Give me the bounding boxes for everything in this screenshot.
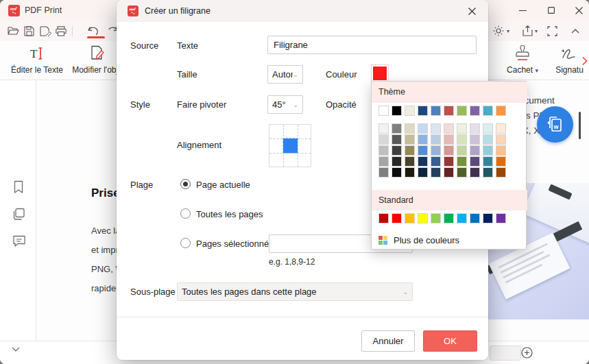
color-swatch[interactable] — [444, 123, 454, 134]
color-swatch[interactable] — [392, 106, 402, 116]
color-swatch[interactable] — [431, 106, 441, 116]
color-swatch[interactable] — [418, 106, 428, 116]
color-swatch[interactable] — [483, 156, 493, 167]
sidebar-collapse-icon[interactable] — [12, 347, 20, 352]
fullscreen-icon[interactable] — [546, 25, 558, 37]
color-swatch[interactable] — [378, 106, 389, 116]
color-swatch[interactable] — [378, 123, 389, 134]
collapse-toolbar-icon[interactable] — [569, 25, 581, 37]
vertical-scrollbar-thumb[interactable] — [579, 112, 581, 139]
edit-text-button[interactable]: T Éditer le Texte — [5, 44, 69, 78]
color-swatch[interactable] — [444, 213, 454, 223]
color-swatch[interactable] — [392, 156, 402, 167]
color-swatch[interactable] — [405, 123, 415, 134]
color-swatch[interactable] — [496, 106, 506, 116]
color-swatch[interactable] — [444, 156, 454, 167]
watermark-text-input[interactable] — [267, 36, 477, 54]
color-swatch[interactable] — [405, 106, 415, 116]
brightness-icon[interactable] — [492, 25, 505, 37]
stamp-button[interactable]: Cachet ▾ — [496, 44, 549, 78]
save-as-icon[interactable] — [39, 25, 51, 37]
color-swatch[interactable] — [470, 106, 480, 116]
radio-all-pages[interactable] — [180, 208, 191, 219]
color-swatch[interactable] — [470, 156, 480, 167]
color-swatch[interactable] — [431, 145, 441, 156]
zoom-in-icon[interactable] — [521, 347, 533, 359]
more-colors-button[interactable]: Plus de couleurs — [378, 234, 459, 246]
color-swatch[interactable] — [444, 134, 454, 145]
color-swatch[interactable] — [431, 123, 441, 134]
ok-button[interactable]: OK — [423, 330, 477, 352]
color-swatch[interactable] — [392, 134, 402, 145]
color-swatch[interactable] — [457, 145, 467, 156]
color-swatch[interactable] — [444, 106, 454, 116]
maximize-button[interactable] — [541, 3, 562, 18]
rotation-dropdown[interactable]: 45° ⌄ — [267, 95, 303, 114]
window-close-button[interactable] — [568, 3, 589, 18]
print-icon[interactable] — [55, 25, 67, 37]
undo-icon[interactable] — [87, 25, 99, 37]
color-swatch[interactable] — [405, 145, 415, 156]
radio-selected-pages[interactable] — [180, 238, 191, 248]
alignment-grid-widget[interactable] — [269, 124, 311, 167]
color-swatch[interactable] — [496, 134, 506, 145]
color-swatch[interactable] — [378, 156, 389, 167]
color-swatch[interactable] — [470, 145, 480, 156]
color-swatch[interactable] — [418, 145, 428, 156]
color-swatch[interactable] — [431, 134, 441, 145]
color-swatch[interactable] — [378, 145, 389, 156]
color-swatch[interactable] — [405, 134, 415, 145]
convert-to-word-badge[interactable]: w — [537, 106, 573, 143]
radio-current-page[interactable] — [180, 179, 191, 189]
cancel-button[interactable]: Annuler — [361, 330, 415, 352]
dialog-close-button[interactable] — [462, 3, 481, 19]
comments-icon[interactable] — [12, 235, 26, 249]
minimize-button[interactable] — [512, 3, 533, 18]
color-swatch[interactable] — [431, 167, 441, 178]
color-swatch[interactable] — [392, 123, 402, 134]
color-swatch[interactable] — [496, 213, 506, 223]
color-swatch[interactable] — [418, 156, 428, 167]
color-swatch[interactable] — [483, 145, 493, 156]
color-swatch[interactable] — [418, 167, 428, 178]
color-swatch[interactable] — [405, 156, 415, 167]
color-swatch[interactable] — [483, 167, 493, 178]
size-dropdown[interactable]: Autom ⌄ — [267, 65, 303, 84]
color-swatch[interactable] — [470, 213, 480, 223]
color-swatch[interactable] — [483, 134, 493, 145]
color-swatch[interactable] — [405, 167, 415, 178]
color-swatch[interactable] — [496, 167, 506, 178]
color-swatch[interactable] — [457, 123, 467, 134]
color-swatch[interactable] — [470, 123, 480, 134]
color-swatch[interactable] — [418, 134, 428, 145]
color-swatch[interactable] — [418, 123, 428, 134]
page-number-box[interactable] — [490, 345, 521, 361]
color-swatch[interactable] — [470, 134, 480, 145]
color-swatch[interactable] — [378, 167, 389, 178]
color-swatch[interactable] — [483, 123, 493, 134]
open-file-icon[interactable] — [7, 25, 19, 37]
color-swatch[interactable] — [444, 145, 454, 156]
color-swatch[interactable] — [392, 167, 402, 178]
color-swatch[interactable] — [392, 145, 402, 156]
bookmarks-icon[interactable] — [12, 180, 26, 194]
subrange-dropdown[interactable]: Toutes les pages dans cette plage ⌄ — [177, 282, 413, 301]
color-swatch[interactable] — [470, 167, 480, 178]
color-swatch[interactable] — [431, 213, 441, 223]
save-icon[interactable] — [23, 25, 35, 37]
color-swatch[interactable] — [483, 106, 493, 116]
share-icon[interactable] — [521, 25, 533, 37]
color-swatch[interactable] — [457, 213, 467, 223]
color-swatch[interactable] — [378, 213, 389, 223]
color-swatch[interactable] — [457, 106, 467, 116]
color-swatch[interactable] — [457, 134, 467, 145]
color-swatch[interactable] — [378, 134, 389, 145]
color-swatch[interactable] — [405, 213, 415, 223]
color-picker-button[interactable] — [371, 64, 389, 82]
color-swatch[interactable] — [418, 213, 428, 223]
color-swatch[interactable] — [496, 145, 506, 156]
share-caret-icon[interactable]: ▾ — [535, 28, 538, 34]
color-swatch[interactable] — [392, 213, 402, 223]
color-swatch[interactable] — [457, 156, 467, 167]
brightness-caret-icon[interactable]: ▾ — [507, 28, 509, 34]
